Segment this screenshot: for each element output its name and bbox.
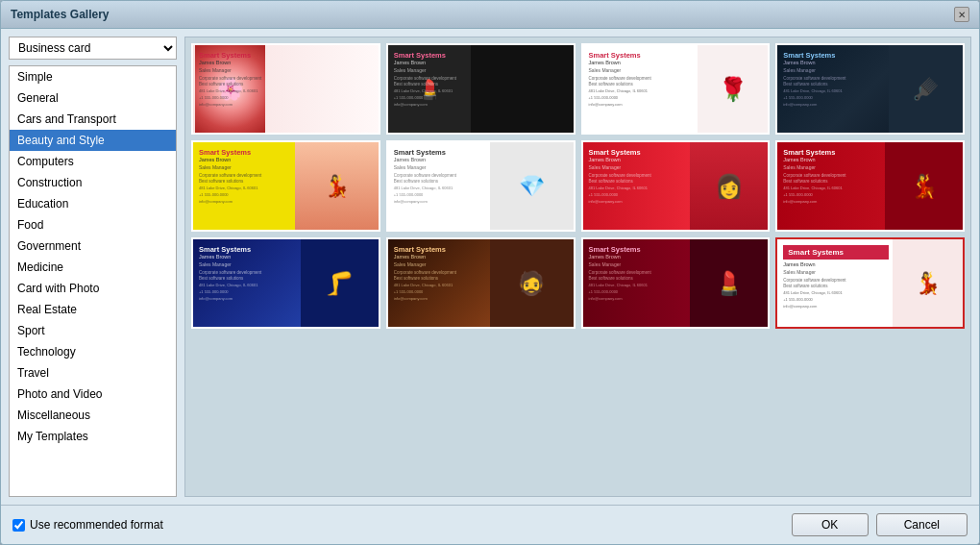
template-card-2[interactable]: 💄 Smart Systems James Brown Sales Manage… bbox=[386, 43, 576, 135]
recommended-format-checkbox[interactable] bbox=[12, 519, 25, 532]
category-item-miscellaneous[interactable]: Miscellaneous bbox=[10, 405, 176, 426]
close-button[interactable]: ✕ bbox=[954, 7, 969, 22]
template-card-11[interactable]: 💄 Smart Systems James Brown Sales Manage… bbox=[581, 237, 771, 329]
template-card-9[interactable]: 🦵 Smart Systems James Brown Sales Manage… bbox=[191, 237, 380, 329]
content-area: Business card Letter Flyer Brochure Simp… bbox=[1, 29, 979, 505]
ok-button[interactable]: OK bbox=[792, 513, 869, 536]
category-item-real-estate[interactable]: Real Estate bbox=[10, 299, 176, 320]
category-item-government[interactable]: Government bbox=[10, 235, 176, 257]
template-card-7[interactable]: 👩 Smart Systems James Brown Sales Manage… bbox=[581, 140, 771, 232]
template-card-3[interactable]: 🌹 Smart Systems James Brown Sales Manage… bbox=[581, 43, 771, 135]
template-card-6[interactable]: 💎 Smart Systems James Brown Sales Manage… bbox=[386, 140, 576, 232]
templates-panel: 🌸 Smart Systems James Brown Sales Manage… bbox=[184, 37, 971, 497]
category-item-card-with-photo[interactable]: Card with Photo bbox=[10, 278, 176, 299]
template-card-8[interactable]: 💃 Smart Systems James Brown Sales Manage… bbox=[775, 140, 965, 232]
template-card-10[interactable]: 🧔 Smart Systems James Brown Sales Manage… bbox=[386, 237, 576, 329]
category-item-sport[interactable]: Sport bbox=[10, 320, 176, 341]
bottom-bar: Use recommended format OK Cancel bbox=[1, 505, 979, 544]
category-item-general[interactable]: General bbox=[10, 87, 176, 109]
category-list: SimpleGeneralCars and TransportBeauty an… bbox=[9, 65, 177, 497]
category-item-medicine[interactable]: Medicine bbox=[10, 257, 176, 278]
dialog-title: Templates Gallery bbox=[11, 8, 110, 21]
category-item-my-templates[interactable]: My Templates bbox=[10, 426, 176, 447]
cancel-button[interactable]: Cancel bbox=[876, 513, 968, 536]
button-group: OK Cancel bbox=[792, 513, 968, 536]
category-item-technology[interactable]: Technology bbox=[10, 341, 176, 362]
category-item-simple[interactable]: Simple bbox=[10, 66, 176, 87]
templates-grid: 🌸 Smart Systems James Brown Sales Manage… bbox=[191, 43, 965, 329]
category-item-beauty-style[interactable]: Beauty and Style bbox=[10, 130, 176, 151]
dialog: Templates Gallery ✕ Business card Letter… bbox=[0, 0, 980, 545]
checkbox-text: Use recommended format bbox=[30, 518, 163, 532]
category-item-education[interactable]: Education bbox=[10, 193, 176, 214]
template-card-12[interactable]: 💃 Smart Systems James Brown Sales Manage… bbox=[775, 237, 965, 329]
category-item-travel[interactable]: Travel bbox=[10, 362, 176, 384]
left-panel: Business card Letter Flyer Brochure Simp… bbox=[9, 37, 177, 497]
template-card-4[interactable]: 🪮 Smart Systems James Brown Sales Manage… bbox=[775, 43, 965, 135]
template-card-1[interactable]: 🌸 Smart Systems James Brown Sales Manage… bbox=[191, 43, 380, 135]
category-item-photo-video[interactable]: Photo and Video bbox=[10, 384, 176, 405]
category-item-cars-transport[interactable]: Cars and Transport bbox=[10, 109, 176, 130]
title-bar: Templates Gallery ✕ bbox=[1, 1, 979, 29]
category-item-computers[interactable]: Computers bbox=[10, 151, 176, 172]
category-item-construction[interactable]: Construction bbox=[10, 172, 176, 193]
template-card-5[interactable]: 💃 Smart Systems James Brown Sales Manage… bbox=[191, 140, 380, 232]
recommended-format-label[interactable]: Use recommended format bbox=[12, 518, 163, 532]
category-item-food[interactable]: Food bbox=[10, 214, 176, 235]
category-dropdown[interactable]: Business card Letter Flyer Brochure bbox=[9, 37, 177, 60]
